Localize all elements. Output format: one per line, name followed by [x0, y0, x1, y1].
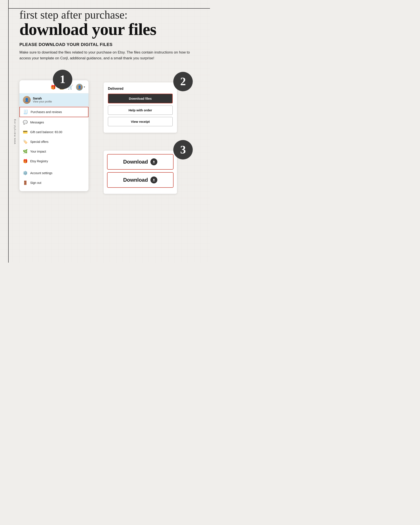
avatar-wrapper[interactable]: 👤 ▾	[76, 84, 85, 91]
profile-info: Sarah View your profile	[33, 96, 52, 103]
step2-block: 2 Delivered Download filesHelp with orde…	[104, 70, 197, 133]
download-label: Download	[123, 159, 148, 165]
menu-label: Special offers	[30, 140, 48, 143]
menu-item[interactable]: 🏷️ Special offers	[19, 137, 88, 147]
menu-icon: 🚪	[23, 180, 28, 185]
script-title: first step after purchase:	[19, 9, 197, 21]
menu-item[interactable]: 🚪 Sign out	[19, 178, 88, 188]
menu-label: Gift card balance: €0.00	[30, 130, 62, 134]
top-border	[8, 8, 210, 9]
profile-item[interactable]: 👤 Sarah View your profile	[19, 94, 88, 106]
menu-item[interactable]: 💬 Messages	[19, 118, 88, 127]
bold-title: download your files	[19, 21, 197, 38]
download-buttons-container: DownloadDownload	[107, 154, 173, 188]
download-button[interactable]: Download	[107, 154, 173, 170]
left-border	[8, 0, 9, 262]
page-wrapper: www.marryful.org first step after purcha…	[0, 0, 210, 262]
menu-icon: 🌿	[23, 149, 28, 154]
menu-icon: ⚙️	[23, 171, 28, 175]
menu-items-container: 🧾 Purchases and reviews 💬 Messages 💳 Gif…	[19, 107, 88, 188]
subtitle: PLEASE DOWNLOAD YOUR DIGITAL FILES	[19, 42, 197, 47]
menu-icon: 🏷️	[23, 139, 28, 144]
menu-label: Your impact	[30, 150, 46, 153]
menu-icon: 🧾	[23, 110, 28, 114]
step3-block: 3 DownloadDownload	[104, 138, 197, 194]
download-icon	[150, 158, 157, 165]
menu-item[interactable]: 🌿 Your impact	[19, 147, 88, 156]
menu-label: Account settings	[30, 171, 52, 175]
menu-label: Purchases and reviews	[31, 110, 62, 114]
description: Make sure to download the files related …	[19, 50, 196, 61]
menu-label: Messages	[30, 121, 44, 124]
header-section: first step after purchase: download your…	[19, 7, 197, 61]
order-button[interactable]: View receipt	[108, 117, 173, 126]
step3-circle: 3	[173, 140, 193, 159]
menu-item[interactable]: 🧾 Purchases and reviews	[19, 107, 88, 117]
profile-name: Sarah	[33, 96, 52, 100]
etsy-panel: 🎁 🔔 50 🛒 👤 ▾ 👤 Sarah	[19, 80, 88, 191]
side-text: www.marryful.org	[13, 119, 16, 144]
content-area: 1 🎁 🔔 50 🛒 👤 ▾	[19, 70, 197, 194]
profile-avatar: 👤	[23, 96, 31, 104]
menu-label: Etsy Registry	[30, 159, 48, 163]
delivered-label: Delivered	[108, 87, 173, 91]
menu-item[interactable]: 🎁 Etsy Registry	[19, 156, 88, 166]
order-button[interactable]: Help with order	[108, 105, 173, 115]
download-panel: DownloadDownload	[104, 151, 177, 194]
download-icon	[150, 177, 157, 183]
avatar: 👤	[76, 84, 83, 91]
etsy-navbar: 🎁 🔔 50 🛒 👤 ▾	[19, 84, 88, 93]
order-button[interactable]: Download files	[108, 94, 173, 103]
download-label: Download	[123, 177, 148, 183]
menu-item[interactable]: ⚙️ Account settings	[19, 168, 88, 178]
right-steps: 2 Delivered Download filesHelp with orde…	[104, 70, 197, 194]
step2-circle: 2	[173, 72, 193, 91]
profile-sub: View your profile	[33, 100, 52, 103]
download-button[interactable]: Download	[107, 172, 173, 188]
menu-icon: 🎁	[23, 159, 28, 164]
menu-icon: 💬	[23, 120, 28, 125]
avatar-chevron: ▾	[84, 85, 85, 89]
menu-icon: 💳	[23, 130, 28, 134]
menu-label: Sign out	[30, 181, 41, 185]
order-panel: Delivered Download filesHelp with orderV…	[104, 83, 177, 133]
step1-column: 1 🎁 🔔 50 🛒 👤 ▾	[19, 70, 97, 194]
step1-circle: 1	[53, 70, 72, 89]
menu-item[interactable]: 💳 Gift card balance: €0.00	[19, 127, 88, 137]
order-buttons-container: Download filesHelp with orderView receip…	[108, 94, 173, 126]
